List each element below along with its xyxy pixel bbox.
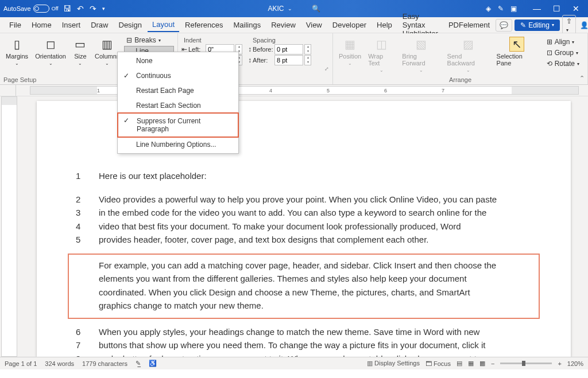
line-numbers-option[interactable]: Suppress for Current Paragraph — [117, 112, 239, 138]
line-text[interactable]: elements you want from the different gal… — [99, 272, 532, 286]
tab-layout[interactable]: Layout — [148, 18, 179, 32]
doc-line[interactable]: elements you want from the different gal… — [76, 272, 532, 286]
spellcheck-icon[interactable]: ✎̲ — [136, 360, 141, 367]
line-text[interactable]: Video provides a powerful way to help yo… — [99, 193, 532, 206]
page-indicator[interactable]: Page 1 of 1 — [5, 360, 37, 367]
spacing-before-spinner[interactable]: ▴▾ — [304, 44, 311, 54]
tab-mailings[interactable]: Mailings — [229, 18, 266, 32]
person-icon[interactable]: 👤 — [578, 20, 588, 31]
doc-line[interactable]: graphics change to match your new theme. — [76, 299, 532, 313]
zoom-in-button[interactable]: + — [558, 360, 561, 367]
undo-icon[interactable]: ↶ — [77, 4, 84, 13]
line-numbers-option[interactable]: Line Numbering Options... — [118, 137, 238, 152]
collapse-ribbon-button[interactable]: ⌃ — [579, 75, 585, 82]
doc-line[interactable]: 2Video provides a powerful way to help y… — [76, 193, 532, 206]
doc-line[interactable]: 1Here is our text placeholder: — [76, 170, 532, 183]
web-layout-icon[interactable]: ▩ — [479, 360, 485, 367]
save-icon[interactable]: 🖫 — [63, 4, 71, 13]
doc-line[interactable]: coordinated. When you click Design and c… — [76, 286, 532, 299]
line-text[interactable]: provides header, footer, cover page, and… — [99, 233, 532, 247]
tab-draw[interactable]: Draw — [86, 18, 113, 32]
line-numbers-option[interactable]: None — [118, 53, 238, 68]
vertical-ruler[interactable] — [1, 96, 17, 357]
line-text[interactable]: video that best fits your document. To m… — [99, 220, 532, 233]
doc-line[interactable]: 5provides header, footer, cover page, an… — [76, 233, 532, 247]
pencil-icon: ✎ — [520, 21, 526, 29]
size-icon: ▭ — [73, 37, 88, 52]
doc-line[interactable]: 7buttons that show up where you need the… — [76, 339, 532, 352]
share-button[interactable]: ⇪ ▾ — [562, 15, 576, 36]
minimize-button[interactable]: — — [528, 4, 546, 13]
redo-icon[interactable]: ↷ — [90, 4, 96, 13]
tab-review[interactable]: Review — [266, 18, 300, 32]
tab-insert[interactable]: Insert — [57, 18, 86, 32]
line-text[interactable]: Here is our text placeholder: — [99, 170, 532, 183]
spacing-after-input[interactable] — [274, 55, 303, 65]
line-text[interactable]: graphics change to match your new theme. — [99, 299, 532, 313]
spacing-after-spinner[interactable]: ▴▾ — [304, 55, 311, 65]
suppressed-paragraph: For example, you can add a matching cove… — [68, 254, 540, 319]
editing-mode-button[interactable]: ✎ Editing ▾ — [514, 20, 560, 31]
doc-line[interactable]: For example, you can add a matching cove… — [76, 259, 532, 272]
bring-forward-button: ▧Bring Forward⌄ — [400, 36, 442, 74]
paragraph-launcher[interactable]: ⤢ — [324, 66, 329, 72]
zoom-level[interactable]: 120% — [567, 360, 583, 367]
ribbon: ▯ Margins⌄ ◻ Orientation⌄ ▭ Size⌄ ▥ Colu… — [0, 33, 588, 85]
position-icon: ▦ — [343, 37, 358, 52]
print-layout-icon[interactable]: ▦ — [468, 360, 474, 367]
breaks-button[interactable]: ⊟Breaks ▾ — [124, 36, 174, 45]
autosave-toggle[interactable]: AutoSave Off — [3, 5, 59, 13]
focus-button[interactable]: 🗔 Focus — [425, 360, 451, 367]
orientation-icon: ◻ — [43, 37, 58, 52]
close-button[interactable]: ✕ — [567, 4, 585, 13]
margins-button[interactable]: ▯ Margins⌄ — [3, 36, 30, 67]
doc-title[interactable]: AKIC⌄ 🔍 — [268, 5, 320, 13]
pen-icon[interactable]: ✎ — [498, 5, 504, 13]
zoom-out-button[interactable]: − — [491, 360, 494, 367]
orientation-button[interactable]: ◻ Orientation⌄ — [33, 36, 68, 67]
line-text[interactable]: When you apply styles, your headings cha… — [99, 326, 532, 339]
quick-access-toolbar: 🖫 ↶ ↷ ▾ — [63, 4, 105, 13]
diamond-icon[interactable]: ◈ — [486, 5, 491, 13]
word-count[interactable]: 324 words — [45, 360, 74, 367]
line-text[interactable]: buttons that show up where you need them… — [99, 339, 532, 352]
comments-icon[interactable]: 💬 — [496, 19, 512, 32]
send-backward-button: ▨Send Backward⌄ — [445, 36, 492, 74]
tab-file[interactable]: File — [5, 18, 26, 32]
tab-pdfelement[interactable]: PDFelement — [444, 18, 494, 32]
doc-line[interactable]: 3in the embed code for the video you wan… — [76, 206, 532, 220]
tab-references[interactable]: References — [180, 18, 227, 32]
wrap-icon: ◫ — [374, 37, 389, 52]
tab-help[interactable]: Help — [372, 18, 397, 32]
doc-line[interactable]: 4video that best fits your document. To … — [76, 220, 532, 233]
line-numbers-option[interactable]: Restart Each Page — [118, 83, 238, 98]
doc-line[interactable]: 6When you apply styles, your headings ch… — [76, 326, 532, 339]
line-number: 4 — [76, 220, 85, 233]
selection-pane-button[interactable]: ↖Selection Pane — [494, 36, 540, 68]
char-count[interactable]: 1779 characters — [82, 360, 127, 367]
read-mode-icon[interactable]: ▤ — [457, 360, 462, 367]
line-text[interactable]: For example, you can add a matching cove… — [99, 259, 532, 272]
zoom-slider[interactable] — [500, 363, 552, 364]
accessibility-icon[interactable]: ♿ — [149, 360, 157, 367]
tab-home[interactable]: Home — [27, 18, 56, 32]
search-icon[interactable]: 🔍 — [312, 5, 320, 13]
line-text[interactable]: in the embed code for the video you want… — [99, 206, 532, 220]
qat-dropdown-icon[interactable]: ▾ — [102, 6, 105, 11]
line-number: 2 — [76, 193, 85, 206]
line-numbers-option[interactable]: Restart Each Section — [118, 98, 238, 113]
tab-design[interactable]: Design — [114, 18, 146, 32]
line-numbers-option[interactable]: Continuous — [118, 68, 238, 83]
rotate-button: ⟲Rotate ▾ — [544, 59, 582, 69]
size-button[interactable]: ▭ Size⌄ — [71, 36, 90, 67]
line-text[interactable]: and a button for layout options appears … — [99, 353, 532, 357]
tab-developer[interactable]: Developer — [328, 18, 371, 32]
window-icon[interactable]: ▣ — [510, 5, 517, 13]
line-text[interactable]: coordinated. When you click Design and c… — [99, 286, 532, 299]
doc-line[interactable]: 8and a button for layout options appears… — [76, 353, 532, 357]
display-settings[interactable]: ▥ Display Settings — [367, 360, 420, 367]
maximize-button[interactable]: ☐ — [548, 4, 565, 13]
tab-view[interactable]: View — [301, 18, 327, 32]
spacing-before-input[interactable] — [274, 44, 303, 54]
horizontal-ruler[interactable]: 1234567 — [0, 85, 588, 96]
